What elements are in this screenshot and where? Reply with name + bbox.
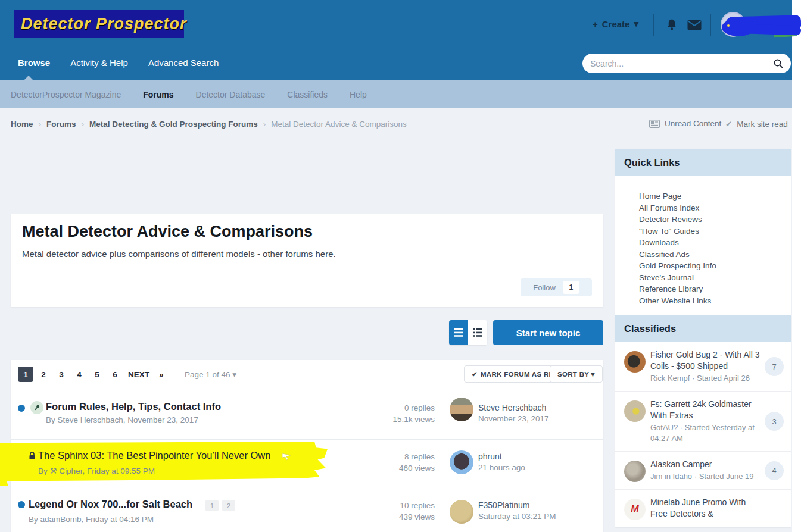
page-6[interactable]: 6 xyxy=(107,367,123,382)
last-poster-avatar[interactable] xyxy=(450,398,473,421)
classified-item[interactable]: Fs: Garrett 24k Goldmaster With Extras G… xyxy=(615,392,791,452)
topic-byline: By ⚒ Cipher, Friday at 09:55 PM xyxy=(38,466,155,475)
classified-reply-count: 3 xyxy=(765,412,784,431)
page-5[interactable]: 5 xyxy=(89,367,105,382)
classified-thumbnail[interactable] xyxy=(624,400,646,422)
sort-by-label: SORT BY ▾ xyxy=(557,370,595,378)
newspaper-icon xyxy=(649,120,660,128)
header-divider xyxy=(710,14,711,36)
subnav-detector-database[interactable]: Detector Database xyxy=(196,90,266,99)
topic-replies: 10 replies xyxy=(381,501,435,510)
breadcrumb-home[interactable]: Home xyxy=(11,120,33,129)
messages-button[interactable] xyxy=(686,17,703,33)
page-3[interactable]: 3 xyxy=(54,367,69,382)
classified-item[interactable]: Alaskan Camper Jim in Idaho · Started Ju… xyxy=(615,452,791,490)
classified-title-link[interactable]: Minelab June Promo With Free Detectors & xyxy=(650,497,761,520)
follow-button[interactable]: Follow 1 xyxy=(521,278,592,296)
classified-title-link[interactable]: Alaskan Camper xyxy=(650,459,761,470)
subnav-classifieds[interactable]: Classifieds xyxy=(287,90,328,99)
notifications-button[interactable] xyxy=(663,17,680,33)
breadcrumb-category[interactable]: Metal Detecting & Gold Prospecting Forum… xyxy=(89,120,258,129)
classified-item[interactable]: Fisher Gold Bug 2 - With All 3 Coils - $… xyxy=(615,342,791,392)
quick-link-detector-reviews[interactable]: Detector Reviews xyxy=(639,214,784,226)
page-indicator-dropdown[interactable]: Page 1 of 46 ▾ xyxy=(185,370,236,379)
topic-byline: By adamBomb, Friday at 04:16 PM xyxy=(29,515,154,524)
classified-reply-count: 7 xyxy=(765,357,784,376)
condensed-view-button[interactable] xyxy=(449,320,468,345)
breadcrumb-forums[interactable]: Forums xyxy=(46,120,76,129)
forum-description-period: . xyxy=(333,249,335,259)
page-2[interactable]: 2 xyxy=(36,367,51,382)
quick-link-all-forums[interactable]: All Forums Index xyxy=(639,202,784,214)
nav-advanced-search[interactable]: Advanced Search xyxy=(148,58,219,68)
bell-icon xyxy=(665,18,678,32)
follow-count-badge: 1 xyxy=(563,281,579,294)
header-divider xyxy=(653,14,654,36)
minelab-logo-icon: M xyxy=(631,504,638,515)
last-page-button[interactable]: » xyxy=(154,367,169,382)
quick-link-classified-ads[interactable]: Classified Ads xyxy=(639,249,784,261)
page-1[interactable]: 1 xyxy=(18,367,33,382)
quick-link-other-websites[interactable]: Other Website Links xyxy=(639,295,784,307)
classified-thumbnail[interactable] xyxy=(624,351,646,373)
last-poster-avatar[interactable] xyxy=(450,450,473,474)
topic-title[interactable]: Forum Rules, Help, Tips, Contact Info xyxy=(46,401,221,412)
search-icon[interactable] xyxy=(774,59,783,68)
quick-link-home-page[interactable]: Home Page xyxy=(639,190,784,202)
chevron-down-icon: ▾ xyxy=(634,18,638,29)
quick-links-list: Home Page All Forums Index Detector Revi… xyxy=(615,176,791,315)
subnav-help[interactable]: Help xyxy=(350,90,367,99)
subnav-forums[interactable]: Forums xyxy=(143,90,173,99)
subnav-magazine[interactable]: DetectorProspector Magazine xyxy=(11,90,121,99)
classified-title-link[interactable]: Fs: Garrett 24k Goldmaster With Extras xyxy=(650,399,761,421)
breadcrumb-separator: › xyxy=(263,120,266,129)
last-poster-name[interactable]: phrunt xyxy=(478,452,502,461)
last-poster-name[interactable]: F350Platinum xyxy=(478,500,529,510)
topic-page-1-badge[interactable]: 1 xyxy=(205,500,219,511)
last-poster-avatar[interactable] xyxy=(450,500,473,524)
last-post-date[interactable]: November 23, 2017 xyxy=(478,414,549,423)
mark-site-read-link[interactable]: ✔ Mark site read xyxy=(725,119,788,129)
create-button[interactable]: + Create ▾ xyxy=(593,18,638,29)
next-page-button[interactable]: NEXT xyxy=(125,367,152,382)
expanded-view-button[interactable] xyxy=(468,320,487,345)
other-forums-link[interactable]: other forums here xyxy=(263,249,333,259)
unread-indicator[interactable] xyxy=(18,405,25,412)
check-icon: ✔ xyxy=(472,370,478,378)
topic-title[interactable]: Legend Or Nox 700...for Salt Beach xyxy=(29,499,192,510)
page-4[interactable]: 4 xyxy=(71,367,87,382)
unread-content-link[interactable]: Unread Content xyxy=(649,119,721,128)
site-logo[interactable]: Detector Prospector xyxy=(14,10,184,38)
classified-thumbnail[interactable]: M xyxy=(624,499,646,520)
unread-indicator[interactable] xyxy=(18,501,25,508)
mouse-cursor xyxy=(281,450,293,461)
classifieds-panel: Classifieds Fisher Gold Bug 2 - With All… xyxy=(615,315,791,527)
topic-title[interactable]: The Sphinx 03: The Best Pinpointer You’l… xyxy=(38,450,270,461)
last-post-date[interactable]: Saturday at 03:21 PM xyxy=(478,512,556,521)
redaction-scribble xyxy=(746,24,801,35)
breadcrumb-separator: › xyxy=(39,120,42,129)
search-input[interactable] xyxy=(590,59,774,68)
topic-views: 439 views xyxy=(381,512,435,521)
quick-link-downloads[interactable]: Downloads xyxy=(639,237,784,249)
nav-browse[interactable]: Browse xyxy=(18,58,50,68)
start-new-topic-button[interactable]: Start new topic xyxy=(493,320,603,345)
breadcrumb-separator: › xyxy=(82,120,85,129)
active-tab-notch xyxy=(24,76,33,80)
site-title: Detector Prospector xyxy=(21,15,187,33)
row-divider xyxy=(11,439,603,440)
quick-link-reference-library[interactable]: Reference Library xyxy=(639,283,784,295)
last-poster-name[interactable]: Steve Herschbach xyxy=(478,403,546,412)
sort-by-button[interactable]: SORT BY ▾ xyxy=(550,365,603,383)
topic-page-2-badge[interactable]: 2 xyxy=(222,500,235,511)
quick-link-gold-prospecting[interactable]: Gold Prospecting Info xyxy=(639,260,784,272)
classified-thumbnail[interactable] xyxy=(624,461,646,482)
classified-title-link[interactable]: Fisher Gold Bug 2 - With All 3 Coils - $… xyxy=(650,349,761,372)
quick-link-how-to-guides[interactable]: "How To" Guides xyxy=(639,226,784,237)
last-post-date[interactable]: 21 hours ago xyxy=(478,463,525,472)
scribble-speck xyxy=(727,24,730,27)
quick-link-steves-journal[interactable]: Steve's Journal xyxy=(639,272,784,284)
create-label: Create xyxy=(602,19,630,29)
nav-activity-help[interactable]: Activity & Help xyxy=(70,58,128,68)
classified-item[interactable]: M Minelab June Promo With Free Detectors… xyxy=(615,490,791,527)
